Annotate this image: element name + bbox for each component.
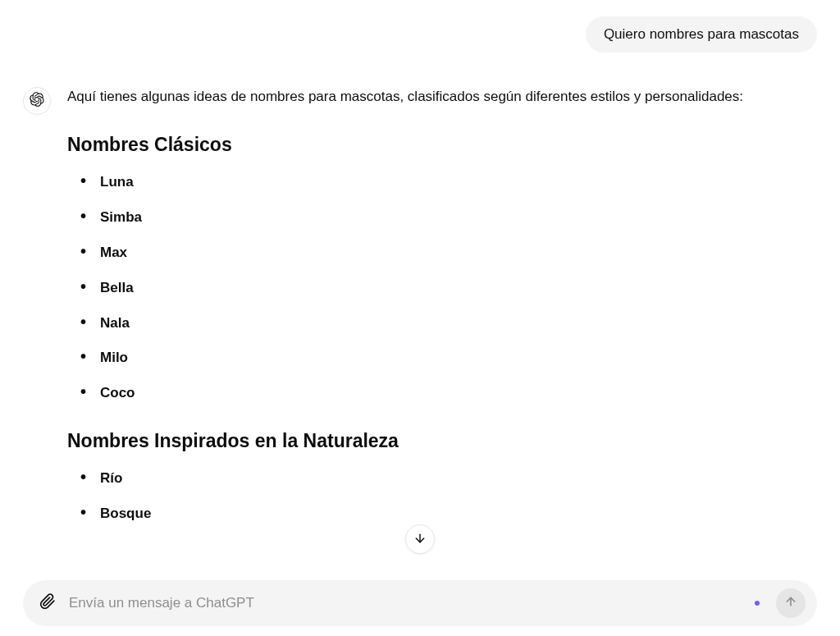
assistant-message-body: Aquí tienes algunas ideas de nombres par…	[67, 85, 817, 538]
list-item: Max	[85, 241, 784, 265]
status-indicator-icon	[755, 601, 760, 606]
composer-wrap	[23, 580, 817, 626]
assistant-message-row: Aquí tienes algunas ideas de nombres par…	[23, 85, 817, 538]
paperclip-icon	[39, 593, 56, 613]
list-item: Milo	[85, 346, 784, 370]
assistant-avatar	[23, 87, 51, 115]
user-message-bubble: Quiero nombres para mascotas	[586, 16, 817, 53]
list-item: Bella	[85, 277, 784, 300]
message-input[interactable]	[69, 595, 743, 611]
arrow-up-icon	[784, 595, 797, 611]
list-item: Simba	[85, 206, 784, 230]
list-item: Río	[85, 467, 784, 491]
list-item: Bosque	[85, 502, 784, 526]
name-list-nature: Río Bosque	[67, 467, 784, 526]
user-message-text: Quiero nombres para mascotas	[604, 26, 799, 42]
section-heading-classics: Nombres Clásicos	[67, 129, 784, 161]
chatgpt-logo-icon	[30, 92, 44, 110]
scroll-to-bottom-button[interactable]	[405, 524, 435, 554]
list-item: Luna	[85, 171, 784, 194]
list-item: Nala	[85, 312, 784, 336]
list-item: Coco	[85, 382, 784, 405]
assistant-intro-text: Aquí tienes algunas ideas de nombres par…	[67, 85, 784, 109]
chat-container: Quiero nombres para mascotas Aquí tienes…	[0, 0, 840, 574]
message-composer	[23, 580, 817, 626]
name-list-classics: Luna Simba Max Bella Nala Milo Coco	[67, 171, 784, 405]
section-heading-nature: Nombres Inspirados en la Naturaleza	[67, 425, 784, 457]
arrow-down-icon	[413, 532, 427, 547]
send-button[interactable]	[776, 588, 806, 618]
user-message-row: Quiero nombres para mascotas	[23, 16, 817, 53]
attach-button[interactable]	[38, 593, 57, 613]
